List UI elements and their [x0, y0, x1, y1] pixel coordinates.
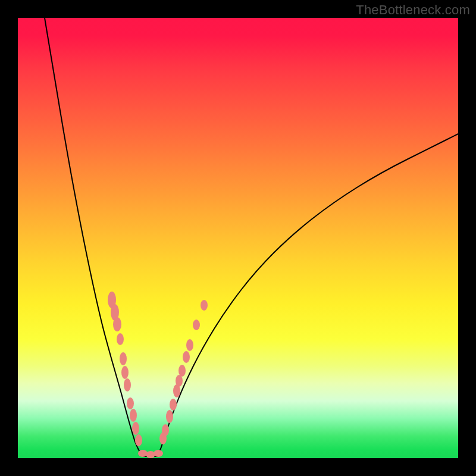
curve-right-branch: [158, 134, 458, 455]
marker-right-6: [178, 365, 186, 377]
curve-markers: [108, 292, 208, 458]
marker-right-5: [176, 375, 183, 387]
plot-area: [18, 18, 458, 458]
marker-left-3: [117, 333, 124, 345]
marker-right-9: [193, 320, 200, 330]
watermark-label: TheBottleneck.com: [356, 2, 470, 18]
marker-left-7: [127, 397, 134, 409]
marker-right-10: [201, 300, 208, 311]
marker-left-6: [124, 378, 131, 392]
marker-left-2: [113, 317, 121, 331]
marker-left-10: [135, 434, 142, 446]
marker-floor-2: [154, 450, 163, 457]
marker-right-7: [183, 351, 190, 363]
curve-svg: [18, 18, 458, 458]
chart-frame: TheBottleneck.com: [0, 0, 476, 476]
marker-right-3: [170, 399, 177, 411]
marker-right-8: [186, 339, 193, 351]
marker-left-5: [121, 366, 129, 379]
marker-left-4: [120, 352, 127, 365]
marker-left-9: [132, 422, 139, 435]
marker-right-1: [162, 424, 169, 436]
marker-left-8: [130, 409, 137, 422]
marker-right-2: [166, 410, 173, 423]
